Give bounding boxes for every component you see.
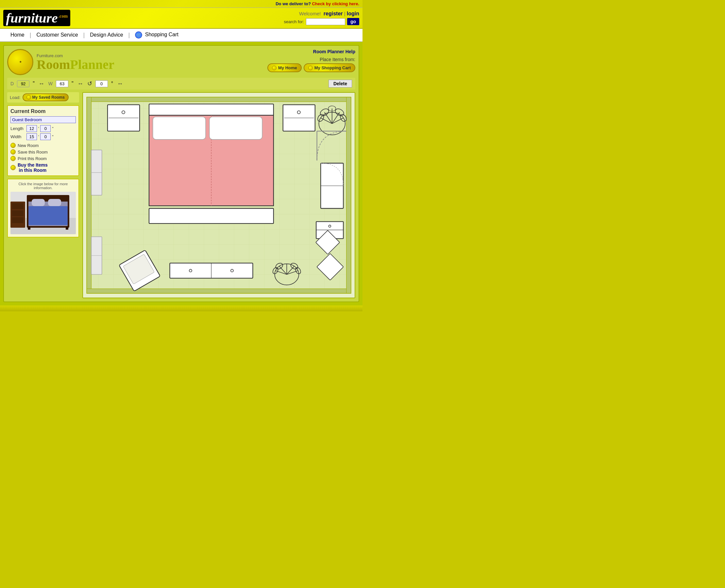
- planner-top-right: Room Planner Help Place Items from: My H…: [267, 49, 355, 72]
- login-link[interactable]: login: [347, 11, 359, 16]
- print-room-circle-icon: [11, 156, 16, 161]
- rotate-input[interactable]: 0: [96, 80, 108, 87]
- depth-input[interactable]: 92: [17, 80, 29, 87]
- search-input[interactable]: [306, 18, 345, 25]
- current-room-box: Current Room Length ' " Width ': [7, 105, 79, 176]
- room-planner: ★ Furniture.com RoomPlanner Room Planner…: [3, 45, 359, 302]
- go-button[interactable]: go: [347, 18, 359, 25]
- svg-rect-4: [12, 203, 23, 209]
- length-row: Length ' ": [11, 125, 76, 132]
- search-row: search for: go: [284, 18, 359, 25]
- save-room-button[interactable]: Save this Room: [11, 149, 76, 154]
- svg-text:🛒: 🛒: [136, 32, 141, 37]
- rotate-arrow-icon: ↔: [117, 80, 123, 87]
- delivery-link[interactable]: Check by clicking here.: [312, 1, 359, 6]
- planner-logo: ★ Furniture.com RoomPlanner: [7, 49, 115, 75]
- bed-image[interactable]: [11, 192, 76, 234]
- info-box: Click the image below for more informati…: [7, 179, 79, 237]
- info-box-title: Click the image below for more informati…: [11, 182, 76, 190]
- length-ft-label: ': [38, 126, 39, 131]
- width-arrow-icon: ↔: [78, 80, 83, 87]
- my-cart-circle-icon: [308, 66, 313, 70]
- room-canvas[interactable]: [82, 92, 355, 298]
- nav-shopping-cart[interactable]: 🛒 Shopping Cart: [130, 31, 184, 39]
- depth-arrow-icon: ↔: [39, 80, 44, 87]
- width-in-input[interactable]: [40, 133, 51, 140]
- delivery-question: Do we deliver to?: [276, 1, 311, 6]
- my-home-button[interactable]: My Home: [267, 63, 302, 72]
- width-label: Width: [11, 134, 25, 139]
- header-separator: |: [344, 11, 345, 16]
- bottom-bar: [0, 306, 363, 311]
- width-ft-label: ': [38, 134, 39, 139]
- buy-items-circle-icon: [11, 165, 16, 170]
- place-items-label: Place Items from:: [267, 57, 355, 62]
- main-content: ★ Furniture.com RoomPlanner Room Planner…: [0, 42, 363, 306]
- current-room-title: Current Room: [11, 108, 76, 114]
- nav-design-advice[interactable]: Design Advice: [85, 32, 128, 38]
- svg-rect-19: [87, 289, 351, 293]
- length-in-label: ": [52, 126, 53, 131]
- w-unit: ": [72, 81, 74, 87]
- sidebar: Load: My Saved Rooms Current Room Length…: [7, 92, 79, 298]
- room-svg: [83, 93, 355, 298]
- svg-rect-14: [66, 226, 68, 230]
- svg-rect-49: [149, 208, 274, 224]
- logo-area: furniture.com: [3, 10, 70, 26]
- length-in-input[interactable]: [40, 125, 51, 132]
- svg-rect-28: [209, 117, 262, 140]
- my-home-circle-icon: [272, 66, 277, 70]
- nav-customer-service[interactable]: Customer Service: [31, 32, 83, 38]
- delivery-bar: Do we deliver to? Check by clicking here…: [0, 0, 363, 8]
- print-room-button[interactable]: Print this Room: [11, 156, 76, 161]
- nav-home[interactable]: Home: [5, 32, 30, 38]
- room-name-input[interactable]: [11, 116, 76, 123]
- planner-top: ★ Furniture.com RoomPlanner Room Planner…: [7, 49, 355, 75]
- room-planner-help-link[interactable]: Room Planner Help: [267, 49, 355, 54]
- svg-rect-18: [87, 97, 92, 293]
- w-label: W: [48, 81, 53, 86]
- svg-rect-6: [12, 217, 23, 223]
- svg-rect-13: [28, 226, 31, 230]
- width-ft-input[interactable]: [26, 133, 37, 140]
- planner-logo-circle: ★: [7, 49, 33, 75]
- load-row: Load: My Saved Rooms: [7, 92, 79, 103]
- d-unit: ": [33, 81, 35, 87]
- cart-icon: 🛒: [135, 31, 142, 39]
- place-buttons: My Home My Shopping Cart: [267, 63, 355, 72]
- rotate-icon: ↺: [87, 80, 92, 87]
- svg-rect-12: [28, 206, 68, 225]
- register-link[interactable]: register: [324, 11, 343, 16]
- site-header: furniture.com Welcome! register | login …: [0, 8, 363, 29]
- nav-bar: Home | Customer Service | Design Advice …: [0, 29, 363, 42]
- my-saved-rooms-button[interactable]: My Saved Rooms: [23, 93, 69, 101]
- svg-rect-10: [32, 199, 45, 206]
- svg-rect-11: [48, 199, 61, 206]
- room-actions: New Room Save this Room Print this Room: [11, 143, 76, 173]
- width-input[interactable]: 63: [56, 80, 68, 87]
- svg-rect-24: [149, 104, 274, 115]
- new-room-button[interactable]: New Room: [11, 143, 76, 148]
- svg-rect-27: [153, 117, 206, 140]
- planner-logo-text: Furniture.com RoomPlanner: [37, 53, 115, 71]
- welcome-row: Welcome! register | login: [284, 11, 359, 17]
- save-room-circle-icon: [11, 149, 16, 154]
- buy-items-button[interactable]: Buy the Items in this Room: [11, 162, 76, 173]
- my-cart-button[interactable]: My Shopping Cart: [304, 63, 355, 72]
- width-row: Width ' ": [11, 133, 76, 140]
- delete-button[interactable]: Delete: [328, 80, 352, 87]
- search-label: search for:: [284, 19, 304, 24]
- svg-rect-17: [87, 97, 351, 102]
- load-label: Load:: [10, 95, 21, 100]
- new-room-circle-icon: [11, 143, 16, 148]
- planner-logo-big: RoomPlanner: [37, 58, 115, 71]
- toolbar: D 92 " ↔ W 63 " ↔ ↺ 0 ° ↔ Delete: [7, 78, 355, 89]
- length-label: Length: [11, 126, 25, 131]
- site-logo[interactable]: furniture.com: [3, 10, 70, 26]
- d-label: D: [11, 81, 14, 86]
- bed-svg: [11, 192, 76, 234]
- length-ft-input[interactable]: [26, 125, 37, 132]
- header-right: Welcome! register | login search for: go: [284, 11, 359, 25]
- width-in-label: ": [52, 134, 53, 139]
- rotate-unit: °: [111, 81, 113, 87]
